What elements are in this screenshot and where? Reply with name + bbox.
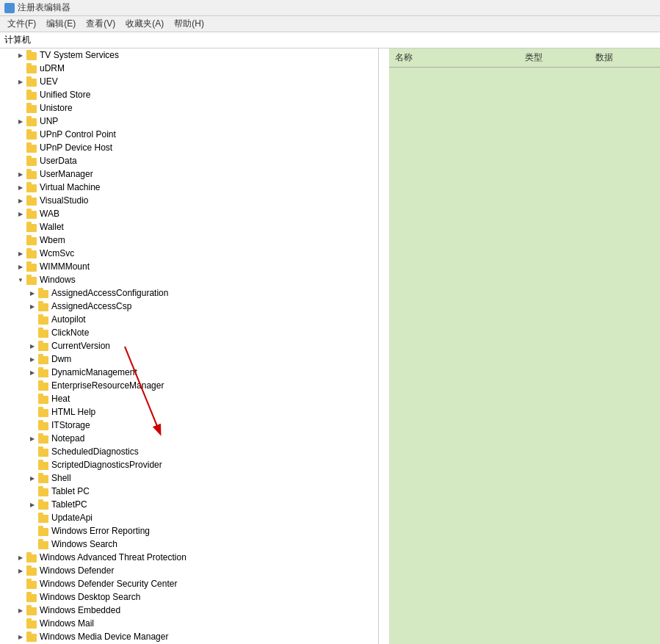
folder-icon — [38, 460, 50, 470]
item-label: Windows Media Device Manager — [40, 632, 168, 642]
tree-item[interactable]: UPnP Device Host — [0, 141, 378, 154]
tree-pane[interactable]: TV System Services uDRM UEV Unified Stor… — [0, 48, 379, 644]
tree-item[interactable]: ScheduledDiagnostics — [0, 445, 378, 458]
folder-icon — [26, 579, 38, 589]
tree-item-heat[interactable]: Heat — [0, 392, 378, 405]
tree-item[interactable]: Windows Search — [0, 538, 378, 551]
expander-icon[interactable] — [15, 76, 26, 87]
tree-item[interactable]: Windows Embedded — [0, 604, 378, 617]
tree-item[interactable]: Windows Mail — [0, 617, 378, 630]
folder-icon — [26, 261, 38, 272]
tree-item[interactable]: AssignedAccessCsp — [0, 300, 378, 313]
expander-icon[interactable] — [15, 631, 26, 643]
expander-icon[interactable] — [15, 115, 26, 127]
tree-item[interactable]: Virtual Machine — [0, 181, 378, 194]
expander-icon[interactable] — [15, 565, 26, 576]
expander-icon[interactable] — [15, 195, 26, 206]
tree-item[interactable]: ScriptedDiagnosticsProvider — [0, 458, 378, 471]
tree-item[interactable]: Wbem — [0, 234, 378, 247]
expander-icon[interactable] — [15, 247, 26, 259]
expander-icon[interactable] — [26, 366, 38, 378]
tree-item[interactable]: WAB — [0, 207, 378, 220]
tree-item[interactable]: HTML Help — [0, 405, 378, 419]
tree-item[interactable]: Unistore — [0, 101, 378, 115]
item-label: UPnP Control Point — [40, 129, 116, 140]
expander-icon[interactable] — [15, 551, 26, 563]
tree-item[interactable]: Windows Media Device Manager — [0, 630, 378, 643]
tree-item[interactable]: Windows Advanced Threat Protection — [0, 551, 378, 564]
expander-icon[interactable] — [15, 274, 26, 286]
expander-icon[interactable] — [15, 49, 26, 61]
tree-item[interactable]: UPnP Control Point — [0, 128, 378, 141]
expander-icon[interactable] — [26, 353, 38, 365]
expander-icon[interactable] — [15, 181, 26, 193]
tree-item[interactable]: Autopilot — [0, 313, 378, 326]
folder-icon — [38, 407, 50, 417]
tree-item[interactable]: Notepad — [0, 432, 378, 445]
expander-icon[interactable] — [26, 340, 38, 352]
tree-item[interactable]: Dwm — [0, 352, 378, 366]
expander-icon[interactable] — [26, 433, 38, 444]
tree-item[interactable]: EnterpriseResourceManager — [0, 379, 378, 392]
expander-icon[interactable] — [15, 208, 26, 220]
tree-item[interactable]: WcmSvc — [0, 247, 378, 260]
tree-item[interactable]: Unified Store — [0, 88, 378, 101]
expander-icon[interactable] — [26, 287, 38, 299]
tree-item[interactable]: UserData — [0, 154, 378, 167]
item-label: EnterpriseResourceManager — [51, 380, 164, 391]
tree-item[interactable]: Wallet — [0, 220, 378, 234]
tree-item[interactable]: TV System Services — [0, 48, 378, 62]
item-label: Heat — [51, 394, 70, 404]
folder-icon — [26, 182, 38, 192]
item-label: Windows Advanced Threat Protection — [40, 552, 186, 562]
tree-item[interactable]: ITStorage — [0, 419, 378, 432]
item-label: Unistore — [40, 103, 73, 113]
tree-item-windows[interactable]: Windows — [0, 273, 378, 286]
tree-item[interactable]: uDRM — [0, 62, 378, 75]
expander-icon[interactable] — [26, 499, 38, 510]
tree-item[interactable]: DynamicManagement — [0, 366, 378, 379]
tree-item[interactable]: Windows Defender Security Center — [0, 577, 378, 590]
folder-icon — [26, 103, 38, 113]
menu-file[interactable]: 文件(F) — [3, 16, 40, 32]
tree-item[interactable]: Shell — [0, 471, 378, 485]
expander-icon[interactable] — [26, 300, 38, 312]
folder-icon — [38, 380, 50, 391]
tree-item[interactable]: TabletPC — [0, 498, 378, 511]
folder-icon — [38, 314, 50, 325]
tree-item[interactable]: UEV — [0, 75, 378, 88]
folder-icon — [38, 301, 50, 311]
item-label: CurrentVersion — [51, 341, 110, 351]
tree-item[interactable]: Tablet PC — [0, 485, 378, 498]
expander-icon[interactable] — [15, 168, 26, 180]
expander-icon[interactable] — [15, 261, 26, 272]
tree-item[interactable]: Windows Desktop Search — [0, 590, 378, 604]
folder-icon — [26, 605, 38, 615]
tree-item[interactable]: UNP — [0, 115, 378, 128]
menu-view[interactable]: 查看(V) — [81, 16, 120, 32]
tree-item[interactable]: WIMMMount — [0, 260, 378, 273]
tree-item[interactable]: VisualStudio — [0, 194, 378, 207]
folder-icon — [26, 222, 38, 232]
menu-help[interactable]: 帮助(H) — [170, 16, 208, 32]
tree-item[interactable]: UpdateApi — [0, 511, 378, 524]
tree-item[interactable]: Windows Defender — [0, 564, 378, 577]
folder-icon — [38, 420, 50, 430]
menu-edit[interactable]: 编辑(E) — [42, 16, 80, 32]
item-label: Windows Mail — [40, 618, 94, 629]
expander-icon[interactable] — [26, 472, 38, 484]
col-type: 类型 — [519, 50, 590, 65]
breadcrumb-bar: 计算机 — [0, 32, 660, 48]
folder-icon — [26, 248, 38, 258]
tree-item[interactable]: UserManager — [0, 167, 378, 181]
tree-item[interactable]: Windows Error Reporting — [0, 524, 378, 538]
item-label: Windows Defender — [40, 565, 114, 576]
item-label: Windows Defender Security Center — [40, 579, 177, 589]
item-label: Windows Desktop Search — [40, 592, 140, 602]
expander-icon[interactable] — [15, 604, 26, 616]
item-label: TV System Services — [40, 50, 119, 60]
tree-item[interactable]: AssignedAccessConfiguration — [0, 286, 378, 300]
menu-favorites[interactable]: 收藏夹(A) — [121, 16, 168, 32]
tree-item-currentversion[interactable]: CurrentVersion — [0, 339, 378, 352]
tree-item[interactable]: ClickNote — [0, 326, 378, 339]
